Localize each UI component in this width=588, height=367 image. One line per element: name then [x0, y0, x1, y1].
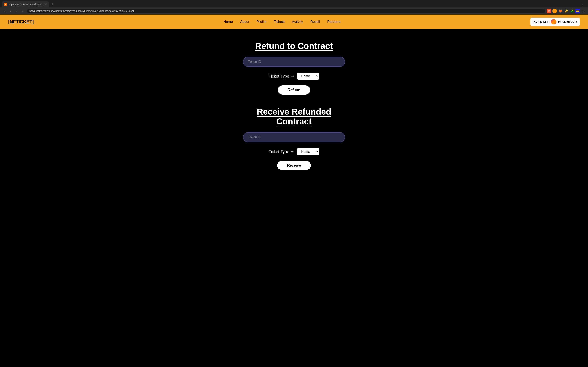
wallet-address: 0x7B...9eB9 [558, 20, 574, 24]
app-nav: Home About Profile Tickets Activity Rese… [224, 20, 341, 24]
wallet-avatar [551, 19, 556, 25]
app-logo[interactable]: [NFTICKET] [8, 19, 34, 25]
nav-link-about[interactable]: About [240, 20, 249, 24]
browser-address-bar: ‹ › ↻ ☆ 🛡 ! 🦊 🔑 🧩 💳 ☰ [0, 7, 588, 15]
wallet-ext-icon[interactable]: 💳 [575, 9, 580, 13]
receive-button[interactable]: Receive [277, 161, 311, 170]
alert-icon[interactable]: ! [553, 9, 557, 13]
receive-section-title: Receive Refunded Contract [243, 107, 345, 126]
new-tab-button[interactable]: + [50, 1, 56, 7]
receive-section: Receive Refunded Contract Ticket Type ⇒ … [243, 107, 345, 170]
tab-favicon: V [4, 3, 7, 6]
refresh-button[interactable]: ↻ [14, 8, 19, 13]
browser-chrome: V https://bafybeifclndlmnvrfqoew... × + … [0, 0, 588, 15]
forward-button[interactable]: › [8, 8, 13, 13]
receive-ticket-type-select[interactable]: Home Away VIP [297, 148, 319, 155]
nav-link-home[interactable]: Home [224, 20, 233, 24]
nav-buttons: ‹ › ↻ [2, 8, 19, 13]
tab-title: https://bafybeifclndlmnvrfqoew... [9, 3, 43, 6]
browser-tab-bar: V https://bafybeifclndlmnvrfqoew... × + … [0, 0, 588, 7]
back-button[interactable]: ‹ [2, 8, 7, 13]
refund-button[interactable]: Refund [278, 85, 310, 95]
refund-ticket-type-row: Ticket Type ⇒ Home Away VIP [269, 73, 320, 80]
key-icon[interactable]: 🔑 [564, 9, 568, 13]
receive-ticket-type-label: Ticket Type ⇒ [269, 149, 294, 154]
refund-section: Refund to Contract Ticket Type ⇒ Home Aw… [243, 41, 345, 95]
refund-ticket-type-label: Ticket Type ⇒ [269, 74, 294, 79]
refund-section-title: Refund to Contract [255, 41, 333, 51]
browser-tab[interactable]: V https://bafybeifclndlmnvrfqoew... × [2, 1, 49, 7]
receive-ticket-type-row: Ticket Type ⇒ Home Away VIP [269, 148, 320, 155]
address-bar-input[interactable] [27, 9, 545, 13]
refund-token-id-input[interactable] [243, 57, 345, 67]
wallet-balance: 7.78 MATIC [533, 20, 550, 24]
nav-link-resell[interactable]: Resell [310, 20, 320, 24]
nav-link-tickets[interactable]: Tickets [274, 20, 285, 24]
browser-hamburger-icon[interactable]: ☰ [581, 9, 586, 13]
nav-link-activity[interactable]: Activity [292, 20, 303, 24]
main-content: Refund to Contract Ticket Type ⇒ Home Aw… [0, 29, 588, 182]
tab-close-button[interactable]: × [45, 3, 47, 6]
extensions-icon[interactable]: 🧩 [570, 9, 574, 13]
wallet-chevron-icon: ▾ [576, 20, 577, 23]
bookmark-button[interactable]: ☆ [20, 8, 25, 13]
wallet-button[interactable]: 7.78 MATIC 0x7B...9eB9 ▾ [530, 17, 580, 26]
app-header: [NFTICKET] Home About Profile Tickets Ac… [0, 15, 588, 29]
refund-ticket-type-select[interactable]: Home Away VIP [297, 73, 319, 80]
browser-menu-button[interactable]: ⋮ [579, 1, 586, 7]
receive-token-id-input[interactable] [243, 132, 345, 142]
browser-actions: 🛡 ! 🦊 🔑 🧩 💳 ☰ [547, 9, 586, 13]
nav-link-partners[interactable]: Partners [327, 20, 340, 24]
brave-shield-icon[interactable]: 🛡 [547, 9, 551, 13]
nav-link-profile[interactable]: Profile [257, 20, 267, 24]
metamask-icon[interactable]: 🦊 [558, 9, 563, 13]
